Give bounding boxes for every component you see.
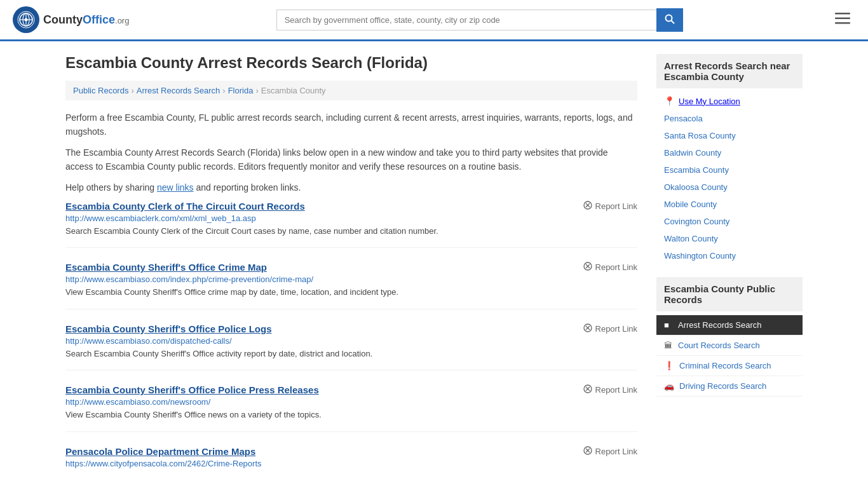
nearby-items-list: PensacolaSanta Rosa CountyBaldwin County… <box>656 110 803 264</box>
result-title-0[interactable]: Escambia County Clerk of The Circuit Cou… <box>65 201 305 212</box>
result-desc-2: Search Escambia County Sheriff's Office … <box>65 348 637 360</box>
logo-area: CountyOffice.org <box>13 6 129 33</box>
result-header: Escambia County Sheriff's Office Police … <box>65 323 637 334</box>
svg-point-6 <box>665 15 672 21</box>
logo-icon <box>13 6 39 33</box>
nearby-link-2[interactable]: Baldwin County <box>664 148 721 158</box>
search-button[interactable] <box>656 8 683 32</box>
report-link-0[interactable]: Report Link <box>583 201 637 212</box>
result-desc-3: View Escambia County Sheriff's Office ne… <box>65 409 637 421</box>
record-link-2[interactable]: Criminal Records Search <box>679 361 771 370</box>
report-icon <box>583 201 592 212</box>
nearby-section: Arrest Records Search near Escambia Coun… <box>656 54 803 264</box>
description-3: Help others by sharing new links and rep… <box>65 180 637 194</box>
public-record-item-2[interactable]: ❗ Criminal Records Search <box>656 356 803 376</box>
nearby-link-4[interactable]: Okaloosa County <box>664 182 728 192</box>
result-item: Escambia County Sheriff's Office Police … <box>65 323 637 371</box>
nearby-link-5[interactable]: Mobile County <box>664 200 717 209</box>
nearby-item-2[interactable]: Baldwin County <box>656 144 803 161</box>
result-url-2[interactable]: http://www.escambiaso.com/dispatched-cal… <box>65 336 637 346</box>
public-records-section: Escambia County Public Records ■ Arrest … <box>656 277 803 396</box>
result-url-1[interactable]: http://www.escambiaso.com/index.php/crim… <box>65 274 637 284</box>
header: CountyOffice.org <box>0 0 868 41</box>
record-icon-2: ❗ <box>664 361 674 370</box>
record-icon-3: 🚗 <box>664 381 674 391</box>
nearby-item-5[interactable]: Mobile County <box>656 196 803 213</box>
page-title: Escambia County Arrest Records Search (F… <box>65 54 637 72</box>
nearby-item-1[interactable]: Santa Rosa County <box>656 127 803 144</box>
report-icon <box>583 446 592 457</box>
report-link-3[interactable]: Report Link <box>583 384 637 395</box>
breadcrumb-public-records[interactable]: Public Records <box>73 86 128 95</box>
hamburger-button[interactable] <box>830 9 855 30</box>
nearby-item-8[interactable]: Washington County <box>656 247 803 264</box>
search-input[interactable] <box>276 10 656 30</box>
report-link-1[interactable]: Report Link <box>583 262 637 273</box>
result-desc-0: Search Escambia County Clerk of the Circ… <box>65 225 637 238</box>
record-icon-1: 🏛 <box>664 341 673 350</box>
sidebar: Arrest Records Search near Escambia Coun… <box>656 54 803 488</box>
report-link-4[interactable]: Report Link <box>583 446 637 457</box>
public-records-heading: Escambia County Public Records <box>656 277 803 311</box>
nearby-item-4[interactable]: Okaloosa County <box>656 179 803 196</box>
nearby-heading: Arrest Records Search near Escambia Coun… <box>656 54 803 88</box>
result-header: Pensacola Police Department Crime Maps R… <box>65 446 637 457</box>
nearby-item-6[interactable]: Covington County <box>656 213 803 230</box>
record-link-3[interactable]: Driving Records Search <box>679 381 766 391</box>
svg-rect-9 <box>835 18 850 20</box>
result-header: Escambia County Sheriff's Office Police … <box>65 384 637 395</box>
use-location-link[interactable]: Use My Location <box>679 97 740 106</box>
breadcrumb-florida[interactable]: Florida <box>228 86 254 95</box>
breadcrumb-current: Escambia County <box>261 86 326 95</box>
main-container: Escambia County Arrest Records Search (F… <box>53 41 815 488</box>
breadcrumb: Public Records › Arrest Records Search ›… <box>65 81 637 100</box>
report-icon <box>583 323 592 334</box>
logo-text: CountyOffice.org <box>43 13 129 27</box>
result-title-3[interactable]: Escambia County Sheriff's Office Police … <box>65 384 319 395</box>
use-location[interactable]: 📍 Use My Location <box>656 92 803 110</box>
result-url-3[interactable]: http://www.escambiaso.com/newsroom/ <box>65 397 637 407</box>
public-record-item-1[interactable]: 🏛 Court Records Search <box>656 336 803 356</box>
svg-rect-10 <box>835 22 850 24</box>
public-record-item-0[interactable]: ■ Arrest Records Search <box>656 315 803 336</box>
result-url-4[interactable]: https://www.cityofpensacola.com/2462/Cri… <box>65 459 637 468</box>
result-desc-1: View Escambia County Sheriff's Office cr… <box>65 286 637 299</box>
nearby-item-7[interactable]: Walton County <box>656 230 803 247</box>
nearby-link-7[interactable]: Walton County <box>664 234 718 243</box>
result-item: Escambia County Sheriff's Office Police … <box>65 384 637 432</box>
content-area: Escambia County Arrest Records Search (F… <box>65 54 637 488</box>
svg-line-7 <box>671 20 674 24</box>
result-url-0[interactable]: http://www.escambiaclerk.com/xml/xml_web… <box>65 214 637 223</box>
search-bar <box>276 8 683 32</box>
nearby-item-0[interactable]: Pensacola <box>656 110 803 127</box>
nearby-item-3[interactable]: Escambia County <box>656 161 803 179</box>
description-2: The Escambia County Arrest Records Searc… <box>65 146 637 174</box>
record-icon-0: ■ <box>664 320 673 330</box>
breadcrumb-arrest-records[interactable]: Arrest Records Search <box>137 86 220 95</box>
nearby-link-0[interactable]: Pensacola <box>664 114 703 123</box>
result-header: Escambia County Sheriff's Office Crime M… <box>65 262 637 273</box>
nearby-link-6[interactable]: Covington County <box>664 217 729 226</box>
result-item: Escambia County Sheriff's Office Crime M… <box>65 262 637 309</box>
result-title-2[interactable]: Escambia County Sheriff's Office Police … <box>65 323 271 334</box>
nearby-link-8[interactable]: Washington County <box>664 251 736 261</box>
record-label-0: Arrest Records Search <box>678 320 762 330</box>
record-link-1[interactable]: Court Records Search <box>678 341 760 350</box>
result-title-1[interactable]: Escambia County Sheriff's Office Crime M… <box>65 262 267 273</box>
nearby-link-1[interactable]: Santa Rosa County <box>664 131 736 140</box>
report-icon <box>583 262 592 273</box>
svg-rect-8 <box>835 13 850 15</box>
result-item: Escambia County Clerk of The Circuit Cou… <box>65 201 637 248</box>
report-link-2[interactable]: Report Link <box>583 323 637 334</box>
nearby-link-3[interactable]: Escambia County <box>664 165 729 175</box>
description-1: Perform a free Escambia County, FL publi… <box>65 111 637 139</box>
public-record-item-3[interactable]: 🚗 Driving Records Search <box>656 376 803 396</box>
report-icon <box>583 384 592 395</box>
result-title-4[interactable]: Pensacola Police Department Crime Maps <box>65 446 255 457</box>
public-records-items: ■ Arrest Records Search 🏛 Court Records … <box>656 315 803 396</box>
results-container: Escambia County Clerk of The Circuit Cou… <box>65 201 637 480</box>
location-icon: 📍 <box>664 96 675 106</box>
new-links[interactable]: new links <box>157 182 194 193</box>
result-item: Pensacola Police Department Crime Maps R… <box>65 446 637 480</box>
result-header: Escambia County Clerk of The Circuit Cou… <box>65 201 637 212</box>
